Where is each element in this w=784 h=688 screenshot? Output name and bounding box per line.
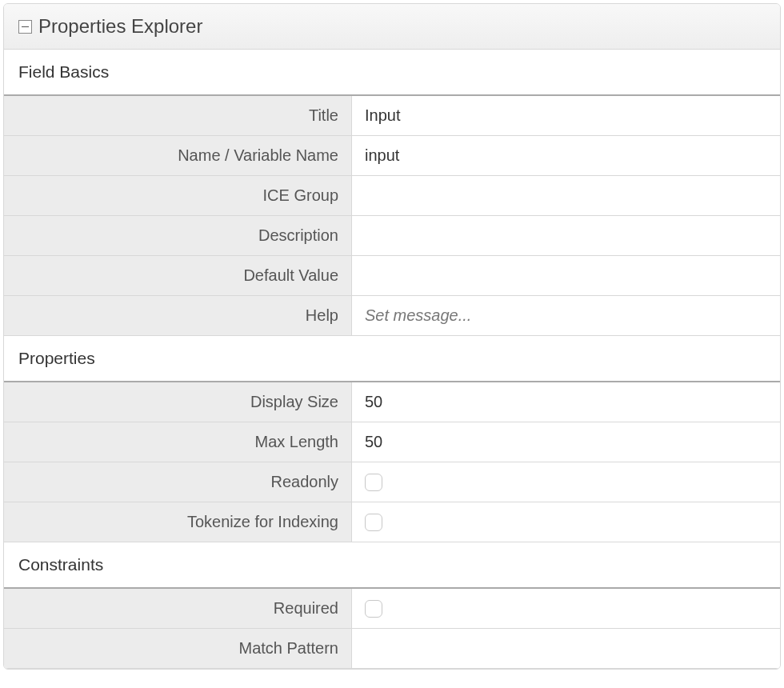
- tokenize-checkbox[interactable]: [365, 514, 382, 531]
- value-name: [352, 136, 780, 175]
- properties-explorer-panel: Properties Explorer Field Basics Title N…: [3, 3, 781, 670]
- value-title: [352, 96, 780, 135]
- value-required: [352, 589, 780, 628]
- value-help[interactable]: Set message...: [352, 296, 780, 335]
- name-input[interactable]: [365, 145, 767, 166]
- max-length-input[interactable]: [365, 431, 767, 453]
- row-title: Title: [4, 96, 780, 136]
- row-readonly: Readonly: [4, 462, 780, 502]
- description-input[interactable]: [365, 225, 767, 246]
- row-ice-group: ICE Group: [4, 176, 780, 216]
- collapse-icon[interactable]: [18, 20, 32, 34]
- panel-header: Properties Explorer: [4, 4, 780, 50]
- label-tokenize: Tokenize for Indexing: [4, 502, 352, 542]
- value-display-size: [352, 382, 780, 422]
- label-ice-group: ICE Group: [4, 176, 352, 215]
- row-tokenize: Tokenize for Indexing: [4, 502, 780, 542]
- section-header-constraints: Constraints: [4, 542, 780, 589]
- label-default-value: Default Value: [4, 256, 352, 295]
- default-value-input[interactable]: [365, 265, 767, 286]
- label-required: Required: [4, 589, 352, 628]
- section-header-properties: Properties: [4, 336, 780, 382]
- label-description: Description: [4, 216, 352, 255]
- label-display-size: Display Size: [4, 382, 352, 422]
- row-description: Description: [4, 216, 780, 256]
- title-input[interactable]: [365, 105, 767, 126]
- display-size-input[interactable]: [365, 391, 767, 413]
- panel-title: Properties Explorer: [38, 15, 202, 38]
- help-placeholder: Set message...: [365, 306, 471, 325]
- label-name: Name / Variable Name: [4, 136, 352, 175]
- value-max-length: [352, 422, 780, 462]
- value-default-value: [352, 256, 780, 295]
- section-header-field-basics: Field Basics: [4, 50, 780, 96]
- row-display-size: Display Size: [4, 382, 780, 422]
- value-description: [352, 216, 780, 255]
- label-max-length: Max Length: [4, 422, 352, 462]
- row-required: Required: [4, 589, 780, 629]
- match-pattern-input[interactable]: [365, 638, 767, 659]
- row-help: Help Set message...: [4, 296, 780, 336]
- ice-group-input[interactable]: [365, 185, 767, 206]
- label-readonly: Readonly: [4, 462, 352, 502]
- value-readonly: [352, 462, 780, 502]
- label-title: Title: [4, 96, 352, 135]
- row-match-pattern: Match Pattern: [4, 629, 780, 669]
- value-match-pattern: [352, 629, 780, 668]
- row-name: Name / Variable Name: [4, 136, 780, 176]
- value-ice-group: [352, 176, 780, 215]
- row-default-value: Default Value: [4, 256, 780, 296]
- row-max-length: Max Length: [4, 422, 780, 462]
- label-match-pattern: Match Pattern: [4, 629, 352, 668]
- label-help: Help: [4, 296, 352, 335]
- value-tokenize: [352, 502, 780, 542]
- required-checkbox[interactable]: [365, 600, 382, 618]
- readonly-checkbox[interactable]: [365, 474, 382, 491]
